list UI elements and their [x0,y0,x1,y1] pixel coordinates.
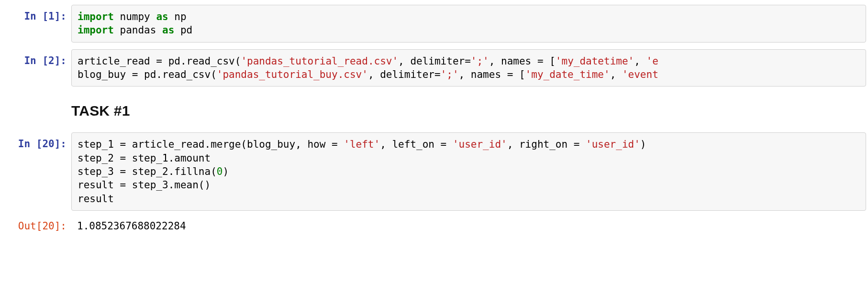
code-text: , [610,69,622,80]
prompt-suffix: ]: [55,55,67,66]
string-literal: 'e [646,55,658,67]
prompt-number: 1 [48,11,55,22]
string-literal: 'user_id' [586,139,640,150]
string-literal: 'pandas_tutorial_buy.csv' [217,69,368,80]
code-text: , names = [ [459,69,525,80]
prompt-suffix: ]: [55,138,67,150]
code-text: , delimiter= [368,69,441,80]
prompt-number: 20 [42,138,54,150]
code-text: blog_buy = pd.read_csv( [78,69,217,80]
empty-prompt [2,93,71,103]
markdown-cell: TASK #1 [2,93,866,126]
string-literal: 'event [622,69,658,80]
prompt-prefix: Out[ [18,220,43,232]
output-prompt: Out[20]: [2,215,71,238]
code-text: step_2 = step_1.amount [78,152,211,164]
prompt-number: 2 [48,55,55,66]
code-text: article_read = pd.read_csv( [78,55,241,67]
code-text: , delimiter= [398,55,471,67]
keyword-import: import [78,24,114,36]
markdown-output: TASK #1 [71,93,866,126]
prompt-prefix: In [ [24,11,48,22]
string-literal: 'my_datetime' [556,55,634,67]
code-text: , left_on = [380,139,453,150]
code-cell: In [1]: import numpy as np import pandas… [2,5,866,43]
string-literal: ';' [441,69,459,80]
string-literal: 'left' [344,139,380,150]
code-text: ) [223,166,229,177]
code-text: ) [640,139,646,150]
input-prompt: In [20]: [2,132,71,155]
number-literal: 0 [217,166,223,177]
prompt-number: 20 [42,220,54,232]
notebook-container: In [1]: import numpy as np import pandas… [0,0,868,249]
code-text: numpy [114,11,156,22]
string-literal: 'user_id' [453,139,507,150]
string-literal: 'my_date_time' [525,69,610,80]
prompt-suffix: ]: [55,11,67,22]
code-text: step_1 = article_read.merge(blog_buy, ho… [78,139,344,150]
task-heading: TASK #1 [71,103,860,119]
code-text: , right_on = [507,139,586,150]
output-cell: Out[20]: 1.0852367688022284 [2,215,866,238]
prompt-suffix: ]: [55,220,67,232]
string-literal: 'pandas_tutorial_read.csv' [241,55,398,67]
code-text: , [634,55,646,67]
keyword-import: import [78,11,114,22]
code-text: result = step_3.mean() [78,179,211,191]
keyword-as: as [156,11,168,22]
code-text: pandas [114,24,162,36]
output-text: 1.0852367688022284 [71,215,866,238]
code-text: pd [174,24,192,36]
string-literal: ';' [471,55,489,67]
code-input[interactable]: step_1 = article_read.merge(blog_buy, ho… [71,132,866,211]
code-text: step_3 = step_2.fillna( [78,166,217,177]
code-text: , names = [ [489,55,556,67]
code-input[interactable]: import numpy as np import pandas as pd [71,5,866,43]
code-text: result [78,193,114,205]
code-cell: In [20]: step_1 = article_read.merge(blo… [2,132,866,211]
prompt-prefix: In [ [24,55,48,66]
keyword-as: as [162,24,174,36]
input-prompt: In [2]: [2,49,71,72]
prompt-prefix: In [ [18,138,43,150]
code-cell: In [2]: article_read = pd.read_csv('pand… [2,49,866,87]
code-input[interactable]: article_read = pd.read_csv('pandas_tutor… [71,49,866,87]
code-text: np [168,11,187,22]
input-prompt: In [1]: [2,5,71,28]
